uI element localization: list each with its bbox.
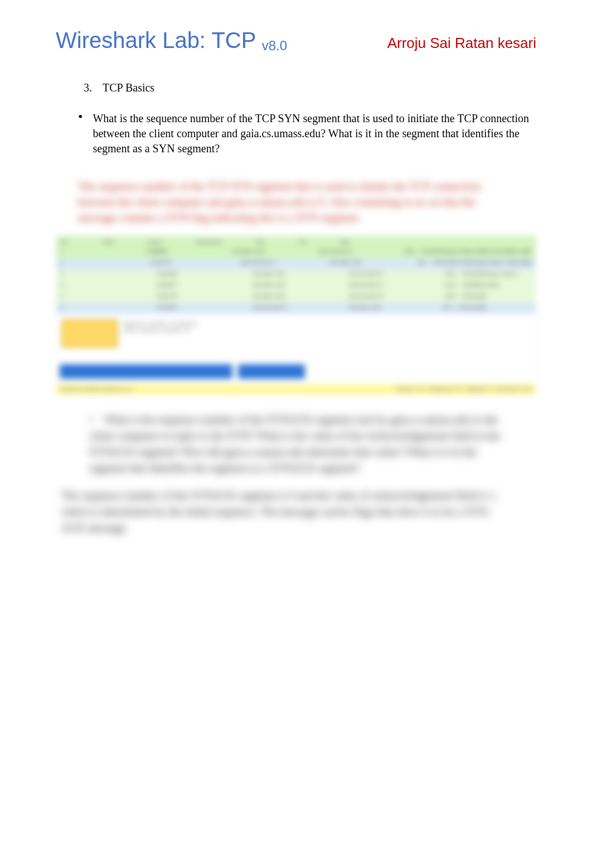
highlight-box (62, 320, 118, 348)
col-prot: Prot (255, 239, 265, 245)
status-left: Sequence number (relative) is 0 (61, 385, 132, 393)
table-row: 6 0.053937 128.119.245.12 192.168.1.102 … (56, 303, 536, 314)
table-row: 5 0.041737 192.168.1.102 128.119.245.12 … (56, 292, 536, 303)
wireshark-screenshot: No. Time Source Destination Prot Len Inf… (56, 235, 536, 395)
answer-2-blurred: The sequence number of the SYNACK segmen… (56, 482, 536, 542)
col-time: Time (103, 239, 114, 245)
col-source: Source (148, 239, 163, 245)
packet-bytes-pane (56, 359, 536, 384)
table-row: 2 0.023172 128.119.245.12 192.168.1.102 … (56, 258, 536, 269)
bullet-icon: • (89, 412, 101, 428)
next-seq-line: [Next sequence number: 0] (123, 326, 197, 333)
blurred-content: The sequence number of the TCP SYN segme… (56, 173, 536, 542)
selection-bar (60, 364, 232, 379)
table-row: 4 0.026477 192.168.1.102 128.119.245.12 … (56, 281, 536, 292)
title-row: Wireshark Lab: TCP v8.0 Arroju Sai Ratan… (56, 28, 536, 54)
question-2-text: What is the sequence number of the SYNAC… (89, 413, 500, 474)
title-text: Wireshark Lab: TCP (56, 28, 262, 52)
title-version: v8.0 (262, 38, 287, 53)
packet-detail-pane: Sequence number: 0 (relative) [Next sequ… (56, 314, 536, 359)
answer-1-blurred: The sequence number of the TCP SYN segme… (56, 173, 536, 231)
main-title: Wireshark Lab: TCP v8.0 (56, 28, 287, 54)
section-heading: 3. TCP Basics (84, 81, 536, 94)
question-1: • What is the sequence number of the TCP… (78, 111, 536, 156)
section-number: 3. (84, 81, 100, 94)
col-dest: Destination (196, 239, 222, 245)
seq-num-line: Sequence number: 0 (relative) (123, 320, 197, 326)
col-info: Info (341, 239, 350, 245)
table-header-row: No. Time Source Destination Prot Len Inf… (56, 236, 536, 247)
status-bar: Sequence number (relative) is 0 Packets:… (56, 384, 536, 394)
col-len: Len (298, 239, 307, 245)
col-no: No. (61, 239, 69, 245)
status-right: Packets: 213 · Displayed: 213 · Marked: … (396, 385, 531, 393)
section-label: TCP Basics (103, 81, 154, 94)
question-1-text: What is the sequence number of the TCP S… (93, 111, 536, 156)
question-2-blurred: • What is the sequence number of the SYN… (56, 406, 536, 482)
table-row: 3 0.023265 192.168.1.102 128.119.245.12 … (56, 269, 536, 281)
table-row: 1 0.000000 192.168.1.102 128.119.245.12 … (56, 247, 536, 258)
author-name: Arroju Sai Ratan kesari (387, 35, 536, 52)
selection-bar-short (238, 364, 305, 379)
bullet-icon: • (78, 111, 83, 122)
